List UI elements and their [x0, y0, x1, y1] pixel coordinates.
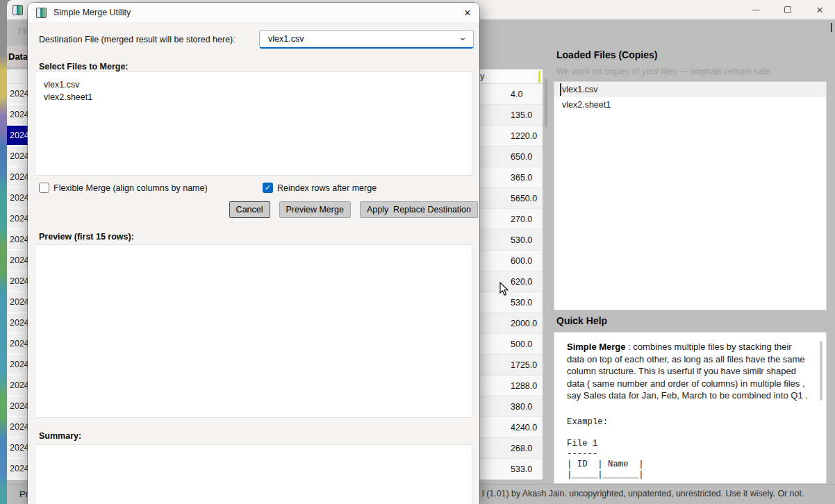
value-cell-text: 268.0 [479, 444, 532, 453]
table-row-value-cell[interactable]: 500.0 [479, 334, 543, 355]
table-row-value-cell[interactable]: 533.0 [479, 459, 543, 480]
table-row-value-cell[interactable]: 530.0 [479, 292, 543, 313]
table-row-date-cell[interactable]: 2024- [7, 396, 28, 417]
value-column-header: y [479, 69, 543, 84]
table-row-value-cell[interactable]: 600.0 [479, 251, 543, 271]
value-cell-text: 365.0 [479, 173, 532, 183]
table-row-value-cell[interactable]: 620.0 [479, 271, 543, 292]
table-row-value-cell[interactable]: 270.0 [479, 209, 543, 230]
table-row-date-cell[interactable]: 2024- [7, 355, 28, 376]
table-row-date-cell[interactable]: 2024- [7, 230, 28, 251]
value-cell-text: 650.0 [479, 152, 532, 162]
loaded-files-list[interactable]: vlex1.csv vlex2.sheet1 [554, 81, 827, 310]
reindex-checkbox[interactable]: ✓ [263, 183, 273, 193]
date-column: 2024- 2024- 2024- 2024- 2024- 2024- 20 [7, 84, 28, 480]
table-row-value-cell[interactable]: 4240.0 [479, 417, 543, 438]
merge-file-name: vlex1.csv [35, 80, 79, 90]
table-row-value-cell[interactable]: 650.0 [479, 146, 543, 167]
table-row-date-cell[interactable]: 2024- [7, 271, 28, 292]
destination-file-select[interactable]: vlex1.csv ⌄ [259, 30, 474, 49]
date-cell-text: 2024- [7, 193, 28, 203]
value-cell-text: 600.0 [479, 256, 532, 266]
dialog-app-icon [36, 8, 47, 18]
data-panel-header: Data [7, 46, 28, 67]
table-row-date-cell[interactable]: 2024- [7, 438, 28, 459]
chevron-down-icon: ⌄ [458, 31, 467, 42]
table-row-value-cell[interactable]: 365.0 [479, 167, 543, 188]
date-cell-text: 2024- [7, 401, 28, 411]
apply-replace-destination-button[interactable]: Apply Replace Destination [360, 201, 478, 218]
table-row-date-cell[interactable]: 2024- [7, 292, 28, 313]
table-row-value-cell[interactable]: 2000.0 [479, 313, 543, 334]
dialog-close-button[interactable]: ✕ [456, 3, 479, 22]
edge-artifact [831, 23, 832, 32]
date-cell-text: 2024- [7, 110, 28, 119]
table-row-date-cell[interactable]: 2024- [7, 209, 28, 230]
table-row-value-cell[interactable]: 268.0 [479, 438, 543, 459]
date-cell-text: 2024- [7, 360, 28, 369]
table-row-value-cell[interactable]: 5650.0 [479, 188, 543, 209]
scrollbar-thumb[interactable] [820, 341, 822, 401]
table-row-date-cell[interactable]: 2024- [7, 188, 28, 209]
close-window-button[interactable]: ✕ [814, 4, 825, 15]
table-row-date-cell[interactable]: 2024- [7, 313, 28, 334]
loaded-file-name: vlex1.csv [554, 85, 597, 94]
table-row-date-cell[interactable]: 2024- [7, 376, 28, 396]
merge-file-item[interactable]: vlex1.csv [35, 78, 472, 91]
mouse-cursor [499, 282, 509, 299]
desktop-wallpaper-strip [0, 0, 7, 504]
table-row-value-cell[interactable]: 380.0 [479, 396, 543, 417]
date-cell-text: 2024- [7, 443, 28, 453]
table-row-date-cell[interactable]: 2024- [7, 459, 28, 480]
table-row-date-cell[interactable]: 2024- [7, 251, 28, 271]
value-cell-text: 530.0 [479, 235, 532, 245]
table-row-date-cell[interactable]: 2024- [7, 334, 28, 355]
close-icon: ✕ [464, 8, 472, 17]
flexible-merge-checkbox[interactable] [39, 183, 49, 193]
select-files-label: Select Files to Merge: [39, 62, 129, 72]
app-icon [13, 5, 23, 15]
table-row-value-cell[interactable]: 1220.0 [479, 126, 543, 146]
table-row-date-cell[interactable]: 2024- [7, 417, 28, 438]
scrollbar-thumb[interactable] [545, 78, 547, 127]
status-credits-text: l (1.01) by Akash Jain. uncopyrighted, u… [482, 489, 832, 498]
table-row-value-cell[interactable]: 1725.0 [479, 355, 543, 376]
dialog-title: Simple Merge Utility [53, 8, 131, 17]
highlighted-cell-marker [538, 71, 540, 83]
destination-file-value: vlex1.csv [268, 34, 304, 44]
loaded-file-item[interactable]: vlex1.csv [554, 82, 826, 97]
cancel-button[interactable]: Cancel [229, 201, 270, 218]
maximize-icon [784, 6, 791, 13]
table-row-value-cell[interactable]: 4.0 [479, 84, 543, 105]
minimize-button[interactable] [750, 4, 761, 15]
date-cell-text: 2024- [7, 297, 28, 307]
table-row-date-cell[interactable]: 2024- [7, 126, 28, 146]
date-cell-text: 2024- [7, 422, 28, 432]
table-row-date-cell[interactable]: 2024- [7, 146, 28, 167]
table-row-value-cell[interactable]: 135.0 [479, 105, 543, 126]
loaded-file-name: vlex2.sheet1 [554, 100, 611, 110]
value-column: 4.0 135.0 1220.0 650.0 365.0 [479, 84, 543, 480]
clipped-header-text: y [480, 72, 484, 81]
summary-area [35, 444, 472, 504]
preview-label: Preview (first 15 rows): [39, 232, 134, 242]
flexible-merge-label: Flexible Merge (align columns by name) [53, 183, 208, 193]
merge-file-item[interactable]: vlex2.sheet1 [35, 91, 472, 103]
table-row-value-cell[interactable]: 530.0 [479, 230, 543, 251]
value-cell-text: 533.0 [479, 464, 532, 474]
date-cell-text: 2024- [7, 235, 28, 244]
quick-help-title: Quick Help [556, 315, 607, 326]
date-cell-text: 2024- [7, 464, 28, 473]
loaded-file-item[interactable]: vlex2.sheet1 [554, 97, 826, 112]
table-row-date-cell[interactable]: 2024- [7, 105, 28, 126]
maximize-button[interactable] [782, 4, 793, 15]
dialog-titlebar[interactable]: Simple Merge Utility ✕ [28, 3, 479, 22]
table-row-value-cell[interactable]: 1288.0 [479, 376, 543, 396]
date-cell-text: 2024- [7, 131, 28, 140]
merge-files-listbox[interactable]: vlex1.csv vlex2.sheet1 [35, 72, 472, 176]
preview-merge-button[interactable]: Preview Merge [279, 201, 351, 218]
date-cell-text: 2024- [7, 172, 28, 182]
table-row-date-cell[interactable]: 2024- [7, 84, 28, 105]
table-row-date-cell[interactable]: 2024- [7, 167, 28, 188]
value-cell-text: 270.0 [479, 215, 532, 224]
